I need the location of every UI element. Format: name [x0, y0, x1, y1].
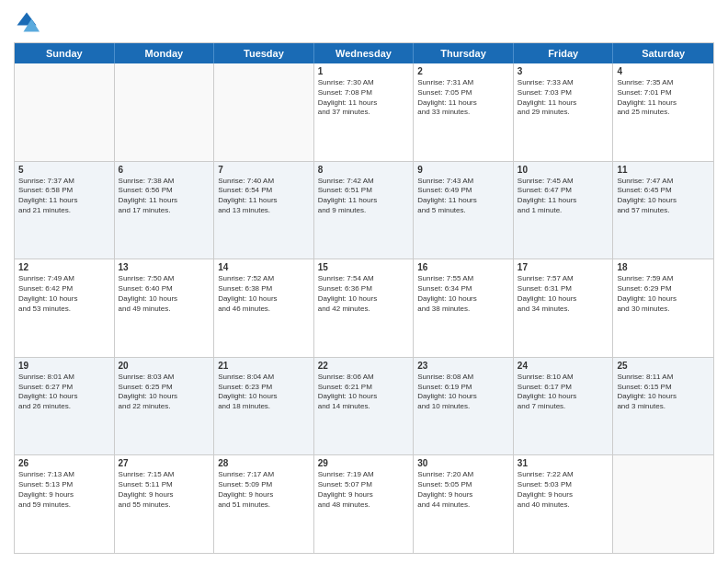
day-info: Sunrise: 7:19 AM Sunset: 5:07 PM Dayligh… [318, 470, 410, 510]
day-number: 29 [318, 458, 410, 468]
logo [14, 9, 43, 35]
calendar-cell-4-1: 27Sunrise: 7:15 AM Sunset: 5:11 PM Dayli… [115, 455, 215, 553]
calendar-cell-0-0 [15, 63, 115, 161]
day-info: Sunrise: 7:40 AM Sunset: 6:54 PM Dayligh… [218, 177, 310, 216]
calendar-body: 1Sunrise: 7:30 AM Sunset: 7:08 PM Daylig… [15, 63, 713, 553]
day-info: Sunrise: 8:11 AM Sunset: 6:15 PM Dayligh… [617, 373, 710, 412]
page: SundayMondayTuesdayWednesdayThursdayFrid… [0, 0, 728, 563]
day-number: 22 [318, 361, 410, 371]
day-number: 31 [518, 458, 609, 468]
day-info: Sunrise: 7:43 AM Sunset: 6:49 PM Dayligh… [417, 177, 509, 216]
header-day-friday: Friday [514, 43, 614, 63]
calendar-cell-4-5: 31Sunrise: 7:22 AM Sunset: 5:03 PM Dayli… [514, 455, 614, 553]
day-number: 2 [417, 66, 509, 76]
calendar-cell-2-2: 14Sunrise: 7:52 AM Sunset: 6:38 PM Dayli… [214, 259, 314, 357]
day-number: 5 [18, 165, 110, 175]
day-number: 18 [617, 262, 710, 272]
calendar-cell-0-2 [214, 63, 314, 161]
calendar-cell-0-6: 4Sunrise: 7:35 AM Sunset: 7:01 PM Daylig… [613, 63, 713, 161]
calendar-cell-3-4: 23Sunrise: 8:08 AM Sunset: 6:19 PM Dayli… [414, 358, 514, 455]
day-number: 25 [617, 361, 710, 371]
day-number: 1 [318, 66, 410, 76]
header-day-wednesday: Wednesday [314, 43, 415, 63]
calendar-cell-3-2: 21Sunrise: 8:04 AM Sunset: 6:23 PM Dayli… [214, 358, 314, 455]
day-info: Sunrise: 7:17 AM Sunset: 5:09 PM Dayligh… [218, 470, 310, 510]
day-number: 15 [318, 262, 410, 272]
day-number: 16 [417, 262, 509, 272]
day-info: Sunrise: 8:10 AM Sunset: 6:17 PM Dayligh… [518, 373, 609, 412]
day-number: 7 [218, 165, 310, 175]
day-number: 12 [18, 262, 110, 272]
day-info: Sunrise: 7:59 AM Sunset: 6:29 PM Dayligh… [617, 274, 710, 314]
calendar-cell-2-0: 12Sunrise: 7:49 AM Sunset: 6:42 PM Dayli… [15, 259, 115, 357]
day-info: Sunrise: 7:47 AM Sunset: 6:45 PM Dayligh… [617, 177, 710, 216]
day-number: 17 [518, 262, 609, 272]
calendar-row-3: 19Sunrise: 8:01 AM Sunset: 6:27 PM Dayli… [15, 357, 713, 455]
day-number: 24 [518, 361, 609, 371]
calendar-cell-0-3: 1Sunrise: 7:30 AM Sunset: 7:08 PM Daylig… [314, 63, 415, 161]
day-info: Sunrise: 7:54 AM Sunset: 6:36 PM Dayligh… [318, 274, 410, 314]
day-info: Sunrise: 7:20 AM Sunset: 5:05 PM Dayligh… [417, 470, 509, 510]
day-number: 4 [617, 66, 710, 76]
calendar-cell-4-3: 29Sunrise: 7:19 AM Sunset: 5:07 PM Dayli… [314, 455, 415, 553]
logo-icon [14, 9, 40, 35]
calendar-cell-1-4: 9Sunrise: 7:43 AM Sunset: 6:49 PM Daylig… [414, 162, 514, 259]
day-info: Sunrise: 8:03 AM Sunset: 6:25 PM Dayligh… [119, 373, 210, 412]
day-number: 11 [617, 165, 710, 175]
day-number: 8 [318, 165, 410, 175]
calendar-cell-1-0: 5Sunrise: 7:37 AM Sunset: 6:58 PM Daylig… [15, 162, 115, 259]
calendar-cell-1-1: 6Sunrise: 7:38 AM Sunset: 6:56 PM Daylig… [115, 162, 215, 259]
day-info: Sunrise: 7:57 AM Sunset: 6:31 PM Dayligh… [518, 274, 609, 314]
day-number: 6 [119, 165, 210, 175]
calendar-row-1: 5Sunrise: 7:37 AM Sunset: 6:58 PM Daylig… [15, 161, 713, 259]
calendar-cell-3-0: 19Sunrise: 8:01 AM Sunset: 6:27 PM Dayli… [15, 358, 115, 455]
calendar-row-0: 1Sunrise: 7:30 AM Sunset: 7:08 PM Daylig… [15, 63, 713, 161]
calendar-cell-2-6: 18Sunrise: 7:59 AM Sunset: 6:29 PM Dayli… [613, 259, 713, 357]
day-number: 3 [518, 66, 609, 76]
header-day-sunday: Sunday [15, 43, 115, 63]
day-number: 23 [417, 361, 509, 371]
day-number: 9 [417, 165, 509, 175]
day-number: 30 [417, 458, 509, 468]
header-day-monday: Monday [115, 43, 215, 63]
calendar-cell-1-6: 11Sunrise: 7:47 AM Sunset: 6:45 PM Dayli… [613, 162, 713, 259]
day-number: 28 [218, 458, 310, 468]
day-info: Sunrise: 7:13 AM Sunset: 5:13 PM Dayligh… [18, 470, 110, 510]
header-day-tuesday: Tuesday [214, 43, 314, 63]
day-number: 14 [218, 262, 310, 272]
calendar-row-4: 26Sunrise: 7:13 AM Sunset: 5:13 PM Dayli… [15, 454, 713, 553]
day-info: Sunrise: 7:33 AM Sunset: 7:03 PM Dayligh… [518, 78, 609, 118]
calendar-cell-3-3: 22Sunrise: 8:06 AM Sunset: 6:21 PM Dayli… [314, 358, 415, 455]
calendar-cell-4-2: 28Sunrise: 7:17 AM Sunset: 5:09 PM Dayli… [214, 455, 314, 553]
calendar-row-2: 12Sunrise: 7:49 AM Sunset: 6:42 PM Dayli… [15, 259, 713, 357]
calendar: SundayMondayTuesdayWednesdayThursdayFrid… [14, 42, 714, 554]
day-number: 20 [119, 361, 210, 371]
day-info: Sunrise: 7:45 AM Sunset: 6:47 PM Dayligh… [518, 177, 609, 216]
day-info: Sunrise: 7:50 AM Sunset: 6:40 PM Dayligh… [119, 274, 210, 314]
day-info: Sunrise: 7:37 AM Sunset: 6:58 PM Dayligh… [18, 177, 110, 216]
day-info: Sunrise: 7:42 AM Sunset: 6:51 PM Dayligh… [318, 177, 410, 216]
calendar-cell-2-1: 13Sunrise: 7:50 AM Sunset: 6:40 PM Dayli… [115, 259, 215, 357]
day-number: 27 [119, 458, 210, 468]
day-info: Sunrise: 7:55 AM Sunset: 6:34 PM Dayligh… [417, 274, 509, 314]
day-number: 21 [218, 361, 310, 371]
header-day-thursday: Thursday [414, 43, 514, 63]
calendar-cell-2-3: 15Sunrise: 7:54 AM Sunset: 6:36 PM Dayli… [314, 259, 415, 357]
calendar-cell-1-2: 7Sunrise: 7:40 AM Sunset: 6:54 PM Daylig… [214, 162, 314, 259]
day-info: Sunrise: 7:35 AM Sunset: 7:01 PM Dayligh… [617, 78, 710, 118]
calendar-cell-0-5: 3Sunrise: 7:33 AM Sunset: 7:03 PM Daylig… [514, 63, 614, 161]
day-info: Sunrise: 7:38 AM Sunset: 6:56 PM Dayligh… [119, 177, 210, 216]
day-info: Sunrise: 8:04 AM Sunset: 6:23 PM Dayligh… [218, 373, 310, 412]
calendar-header: SundayMondayTuesdayWednesdayThursdayFrid… [15, 43, 713, 63]
calendar-cell-0-4: 2Sunrise: 7:31 AM Sunset: 7:05 PM Daylig… [414, 63, 514, 161]
day-number: 26 [18, 458, 110, 468]
day-number: 13 [119, 262, 210, 272]
day-number: 19 [18, 361, 110, 371]
day-info: Sunrise: 7:52 AM Sunset: 6:38 PM Dayligh… [218, 274, 310, 314]
day-info: Sunrise: 7:22 AM Sunset: 5:03 PM Dayligh… [518, 470, 609, 510]
day-info: Sunrise: 7:31 AM Sunset: 7:05 PM Dayligh… [417, 78, 509, 118]
day-info: Sunrise: 7:15 AM Sunset: 5:11 PM Dayligh… [119, 470, 210, 510]
calendar-cell-1-3: 8Sunrise: 7:42 AM Sunset: 6:51 PM Daylig… [314, 162, 415, 259]
calendar-cell-3-1: 20Sunrise: 8:03 AM Sunset: 6:25 PM Dayli… [115, 358, 215, 455]
calendar-cell-0-1 [115, 63, 215, 161]
